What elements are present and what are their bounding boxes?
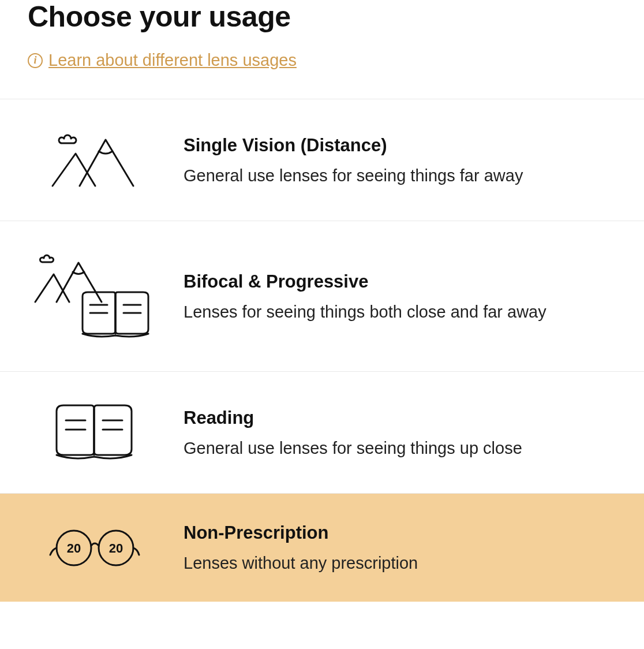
option-bifocal-progressive[interactable]: Bifocal & Progressive Lenses for seeing … bbox=[0, 221, 644, 371]
option-reading[interactable]: Reading General use lenses for seeing th… bbox=[0, 371, 644, 493]
svg-text:20: 20 bbox=[109, 541, 123, 555]
option-single-vision[interactable]: Single Vision (Distance) General use len… bbox=[0, 99, 644, 221]
learn-link[interactable]: Learn about different lens usages bbox=[48, 51, 297, 70]
svg-text:20: 20 bbox=[67, 541, 81, 555]
option-title: Non-Prescription bbox=[184, 523, 632, 543]
option-desc: Lenses without any prescription bbox=[184, 554, 632, 573]
mountain-icon bbox=[28, 128, 160, 192]
option-title: Bifocal & Progressive bbox=[184, 271, 632, 292]
info-icon: i bbox=[28, 53, 43, 68]
glasses-2020-icon: 20 20 bbox=[28, 525, 160, 571]
page-title: Choose your usage bbox=[28, 0, 644, 33]
option-non-prescription[interactable]: 20 20 Non-Prescription Lenses without an… bbox=[0, 493, 644, 602]
option-title: Single Vision (Distance) bbox=[184, 135, 632, 156]
option-desc: Lenses for seeing things both close and … bbox=[184, 303, 632, 322]
options-list: Single Vision (Distance) General use len… bbox=[0, 99, 644, 602]
option-desc: General use lenses for seeing things far… bbox=[184, 166, 632, 185]
book-icon bbox=[28, 401, 160, 464]
option-desc: General use lenses for seeing things up … bbox=[184, 439, 632, 458]
mountain-book-icon bbox=[28, 250, 160, 342]
option-title: Reading bbox=[184, 408, 632, 428]
learn-link-row[interactable]: i Learn about different lens usages bbox=[28, 51, 644, 70]
